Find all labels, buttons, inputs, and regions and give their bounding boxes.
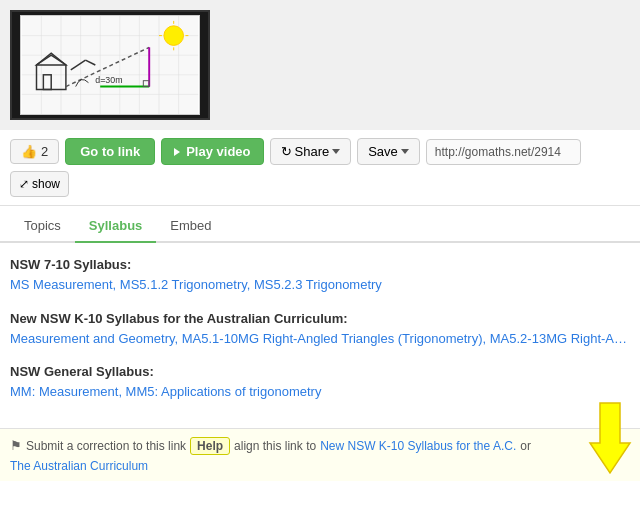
svg-point-19 <box>164 26 184 46</box>
syllabus-content: NSW 7-10 Syllabus: MS Measurement, MS5.1… <box>0 243 640 428</box>
image-area: d=30m <box>0 0 640 130</box>
flag-icon: ⚑ <box>10 438 22 453</box>
play-icon <box>174 148 180 156</box>
submit-correction-text: Submit a correction to this link <box>26 439 186 453</box>
syllabus-section-2-title: New NSW K-10 Syllabus for the Australian… <box>10 311 630 326</box>
tab-topics[interactable]: Topics <box>10 210 75 243</box>
like-button[interactable]: 👍 2 <box>10 139 59 164</box>
play-video-button[interactable]: Play video <box>161 138 263 165</box>
tab-syllabus[interactable]: Syllabus <box>75 210 156 243</box>
syllabus-section-1: NSW 7-10 Syllabus: MS Measurement, MS5.1… <box>10 257 630 295</box>
syllabus-section-2: New NSW K-10 Syllabus for the Australian… <box>10 311 630 349</box>
save-button[interactable]: Save <box>357 138 420 165</box>
toolbar: 👍 2 Go to link Play video ↻ Share Save ⤢… <box>0 130 640 206</box>
thumbnail-inner: d=30m <box>20 15 200 115</box>
thumbnail-box: d=30m <box>10 10 210 120</box>
save-label: Save <box>368 144 398 159</box>
syllabus-link[interactable]: MS5.2.3 Trigonometry <box>254 277 382 292</box>
syllabus-link[interactable]: MA5.1-10MG Right-Angled Triangles (Trigo… <box>182 331 483 346</box>
align-text: align this link to <box>234 439 316 453</box>
go-to-link-button[interactable]: Go to link <box>65 138 155 165</box>
syllabus-section-2-links: Measurement and Geometry, MA5.1-10MG Rig… <box>10 329 630 349</box>
syllabus-section-3-links: MM: Measurement, MM5: Applications of tr… <box>10 382 630 402</box>
or-text: or <box>520 439 531 453</box>
syllabus-link[interactable]: MM5: Applications of trigonometry <box>126 384 322 399</box>
url-input[interactable] <box>426 139 581 165</box>
syllabus-section-3: NSW General Syllabus: MM: Measurement, M… <box>10 364 630 402</box>
syllabus-section-3-title: NSW General Syllabus: <box>10 364 630 379</box>
share-label: Share <box>295 144 330 159</box>
syllabus-link[interactable]: Measurement and Geometry <box>10 331 175 346</box>
syllabus-link[interactable]: MM: Measurement <box>10 384 118 399</box>
share-button[interactable]: ↻ Share <box>270 138 352 165</box>
australian-curriculum-link[interactable]: The Australian Curriculum <box>10 459 148 473</box>
show-button[interactable]: ⤢ show <box>10 171 69 197</box>
tabs-bar: Topics Syllabus Embed <box>0 210 640 243</box>
svg-text:d=30m: d=30m <box>95 75 122 85</box>
share-icon: ↻ <box>281 144 292 159</box>
footer-bar: ⚑ Submit a correction to this link Help … <box>0 428 640 481</box>
syllabus-link[interactable]: MS5.1.2 Trigonometry <box>120 277 247 292</box>
syllabus-link[interactable]: MS Measurement <box>10 277 113 292</box>
expand-icon: ⤢ <box>19 177 29 191</box>
play-video-label: Play video <box>186 144 250 159</box>
syllabus-section-1-title: NSW 7-10 Syllabus: <box>10 257 630 272</box>
tab-embed[interactable]: Embed <box>156 210 225 243</box>
ac-link[interactable]: New NSW K-10 Syllabus for the A.C. <box>320 439 516 453</box>
thumbs-up-icon: 👍 <box>21 144 37 159</box>
show-label: show <box>32 177 60 191</box>
syllabus-section-1-links: MS Measurement, MS5.1.2 Trigonometry, MS… <box>10 275 630 295</box>
share-dropdown-icon <box>332 149 340 154</box>
syllabus-link[interactable]: MA5.2-13MG Right-Angled... <box>490 331 630 346</box>
help-button[interactable]: Help <box>190 437 230 455</box>
like-count: 2 <box>41 144 48 159</box>
save-dropdown-icon <box>401 149 409 154</box>
